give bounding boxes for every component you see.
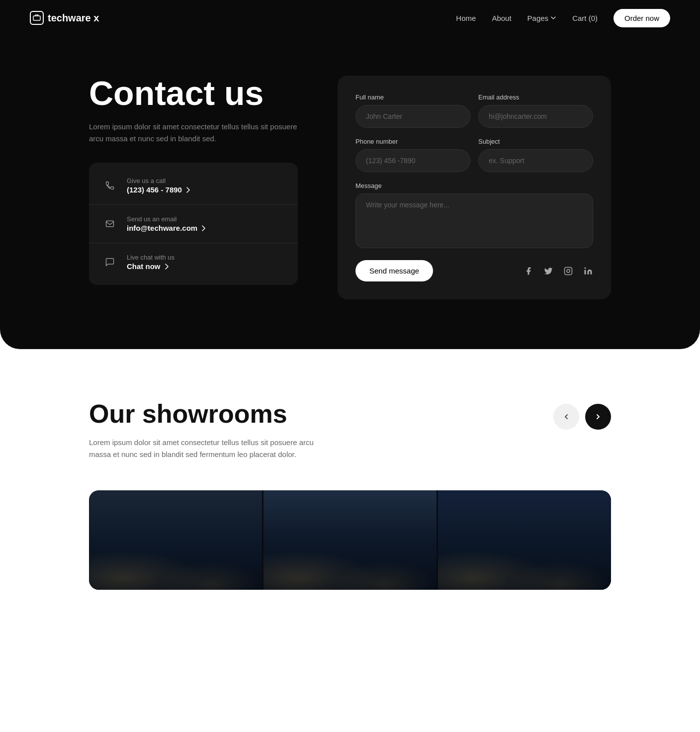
city-lights-2 xyxy=(263,530,437,590)
phone-icon xyxy=(101,177,119,194)
message-textarea[interactable] xyxy=(355,193,593,248)
window-pane-2 xyxy=(263,490,438,590)
contact-card-email[interactable]: Send us an email info@techware.com xyxy=(89,205,298,243)
full-name-input[interactable] xyxy=(355,105,470,128)
email-label: Send us an email xyxy=(127,215,286,223)
svg-rect-0 xyxy=(33,16,40,20)
email-value: info@techware.com xyxy=(127,224,286,232)
form-row-name-email: Full name Email address xyxy=(355,93,593,128)
nav-links: Home About Pages Cart (0) Order now xyxy=(456,9,670,27)
message-label: Message xyxy=(355,182,593,189)
chat-card-text: Live chat with us Chat now xyxy=(127,254,286,271)
chevron-right-icon xyxy=(185,186,192,193)
linkedin-icon[interactable] xyxy=(583,266,593,276)
subject-input[interactable] xyxy=(478,149,593,172)
hero-description: Lorem ipsum dolor sit amet consectetur t… xyxy=(89,121,298,145)
send-message-button[interactable]: Send message xyxy=(355,260,433,281)
window-pane-3 xyxy=(438,490,611,590)
subject-label: Subject xyxy=(478,138,593,145)
hero-title: Contact us xyxy=(89,76,298,111)
svg-point-4 xyxy=(570,269,571,270)
subject-group: Subject xyxy=(478,138,593,172)
twitter-icon[interactable] xyxy=(543,266,553,276)
email-card-text: Send us an email info@techware.com xyxy=(127,215,286,232)
showrooms-description: Lorem ipsum dolor sit amet consectetur t… xyxy=(89,437,338,460)
email-input[interactable] xyxy=(478,105,593,128)
nav-pages-label: Pages xyxy=(527,14,549,22)
full-name-group: Full name xyxy=(355,93,470,128)
svg-point-3 xyxy=(567,270,570,273)
email-address-label: Email address xyxy=(478,93,593,101)
contact-card-phone[interactable]: Give us a call (123) 456 - 7890 xyxy=(89,167,298,205)
order-now-button[interactable]: Order now xyxy=(613,9,670,27)
showroom-img-inner xyxy=(89,490,611,590)
chevron-right-icon-next xyxy=(594,413,602,421)
svg-rect-2 xyxy=(565,267,572,274)
phone-group: Phone number xyxy=(355,138,470,172)
chevron-right-icon-email xyxy=(200,225,207,232)
full-name-label: Full name xyxy=(355,93,470,101)
svg-point-6 xyxy=(585,267,586,269)
phone-value: (123) 456 - 7890 xyxy=(127,185,286,194)
chat-icon xyxy=(101,253,119,271)
window-frame xyxy=(89,490,611,590)
logo-svg xyxy=(33,14,41,22)
window-pane-1 xyxy=(89,490,263,590)
showrooms-header: Our showrooms Lorem ipsum dolor sit amet… xyxy=(89,399,611,460)
chevron-down-icon xyxy=(550,15,556,21)
nav-pages[interactable]: Pages xyxy=(527,14,557,22)
chat-value: Chat now xyxy=(127,262,286,271)
message-group: Message xyxy=(355,182,593,250)
logo[interactable]: techware x xyxy=(30,11,99,25)
city-lights-3 xyxy=(438,530,611,590)
phone-input[interactable] xyxy=(355,149,470,172)
facebook-icon[interactable] xyxy=(524,266,533,276)
chevron-right-icon-chat xyxy=(164,263,171,270)
logo-text: techware x xyxy=(48,12,99,24)
email-icon xyxy=(101,215,119,233)
social-icons xyxy=(524,266,593,276)
contact-card-chat[interactable]: Live chat with us Chat now xyxy=(89,243,298,281)
phone-card-text: Give us a call (123) 456 - 7890 xyxy=(127,177,286,194)
nav-about[interactable]: About xyxy=(492,14,511,22)
nav-cart[interactable]: Cart (0) xyxy=(572,14,598,22)
showrooms-left: Our showrooms Lorem ipsum dolor sit amet… xyxy=(89,399,338,460)
form-bottom: Send message xyxy=(355,260,593,281)
next-arrow-button[interactable] xyxy=(585,404,611,430)
chat-label: Live chat with us xyxy=(127,254,286,261)
form-row-phone-subject: Phone number Subject xyxy=(355,138,593,172)
phone-number-label: Phone number xyxy=(355,138,470,145)
instagram-icon[interactable] xyxy=(563,266,573,276)
prev-arrow-button[interactable] xyxy=(553,404,579,430)
hero-section: Contact us Lorem ipsum dolor sit amet co… xyxy=(0,36,700,349)
email-group: Email address xyxy=(478,93,593,128)
chevron-left-icon xyxy=(562,413,570,421)
svg-rect-5 xyxy=(585,270,586,274)
navbar: techware x Home About Pages Cart (0) Ord… xyxy=(0,0,700,36)
hero-left: Contact us Lorem ipsum dolor sit amet co… xyxy=(89,76,298,285)
showrooms-section: Our showrooms Lorem ipsum dolor sit amet… xyxy=(0,349,700,620)
nav-arrows xyxy=(553,399,611,430)
showroom-image xyxy=(89,490,611,590)
city-lights-1 xyxy=(89,530,262,590)
logo-icon xyxy=(30,11,44,25)
contact-form-card: Full name Email address Phone number Sub… xyxy=(338,76,611,299)
nav-home[interactable]: Home xyxy=(456,14,476,22)
phone-label: Give us a call xyxy=(127,177,286,184)
svg-rect-1 xyxy=(106,221,114,227)
showrooms-title: Our showrooms xyxy=(89,399,338,429)
contact-cards: Give us a call (123) 456 - 7890 xyxy=(89,163,298,285)
